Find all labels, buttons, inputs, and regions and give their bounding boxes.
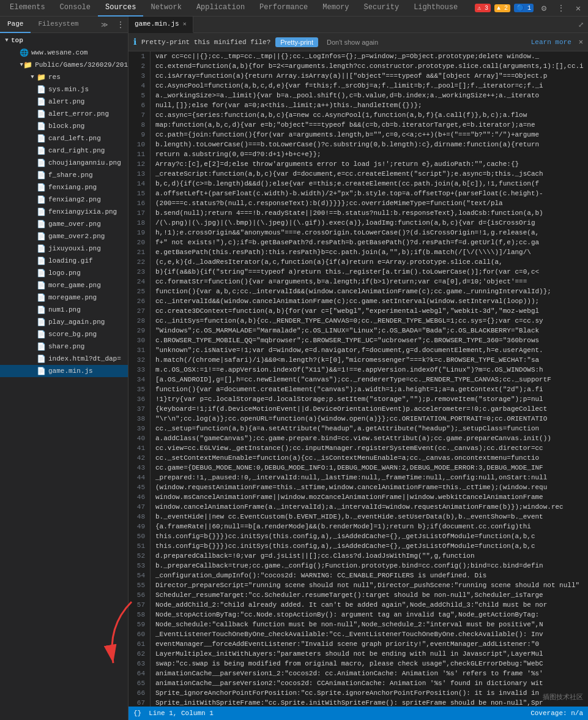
- list-item[interactable]: 📄fenxiang2.png: [0, 193, 128, 206]
- tree-label-domain: www.wesane.com: [31, 49, 87, 56]
- list-item[interactable]: 📄more_game.png: [0, 279, 128, 291]
- code-line: cc.game={DEBUG_MODE_NONE:0,DEBUG_MODE_IN…: [155, 463, 583, 473]
- line-number: 4: [133, 81, 145, 91]
- tree-item-game-min-js[interactable]: 📄 game.min.js: [0, 365, 128, 377]
- watermark: 插图技术社区: [543, 692, 583, 702]
- list-item[interactable]: 📄score_bg.png: [0, 328, 128, 340]
- code-line: b.length).toLowerCase()===b.toLowerCase(…: [155, 140, 583, 149]
- tab-elements[interactable]: Elements: [2, 0, 53, 17]
- list-item[interactable]: 📄f_share.png: [0, 169, 128, 181]
- close-info-icon[interactable]: ✕: [579, 37, 583, 47]
- code-line: a.offsetLeft+(parseFloat(c.width)-b.widt…: [155, 189, 583, 198]
- tab-console[interactable]: Console: [53, 0, 98, 17]
- line-number: 59: [133, 620, 145, 629]
- code-line: return a.substring(0,0==d?0:d+1)+b+c+e}}…: [155, 149, 583, 159]
- code-line: (200===c.status?b(null,c.responseText):b…: [155, 198, 583, 208]
- bottom-bar: {} Line 1, Column 1 Coverage: n/a: [128, 707, 588, 720]
- code-line: _EventListenerTouchOneByOne_checkAvailab…: [155, 629, 583, 639]
- code-line: a._workingSize>=a._limit){var b=a._pool.…: [155, 91, 583, 100]
- line-number: 45: [133, 482, 145, 492]
- list-item[interactable]: 📄alert.png: [0, 96, 128, 108]
- line-number: 12: [133, 159, 145, 169]
- line-number: 50: [133, 531, 145, 541]
- code-line: b){if(a&&b){if("string"===typeof a)retur…: [155, 267, 583, 277]
- list-item[interactable]: 📄card_right.png: [0, 144, 128, 157]
- list-item[interactable]: 📄loading.gif: [0, 255, 128, 267]
- badge-warnings: ▲ 2: [494, 4, 510, 12]
- code-line: Director_prepareScript="running scene sh…: [155, 580, 583, 590]
- code-line: cc.view=cc.EGLView._getInstance();cc.inp…: [155, 443, 583, 453]
- code-line: cc._setContextMenuEnable=function(a){cc.…: [155, 453, 583, 463]
- list-item[interactable]: 📄card_left.png: [0, 132, 128, 144]
- list-item[interactable]: 📄moregame.png: [0, 291, 128, 304]
- code-line: this.config=b{}}})cc.initSys(this.config…: [155, 531, 583, 541]
- sidebar-menu-icon[interactable]: ⋮: [113, 17, 128, 32]
- line-number: 6: [133, 100, 145, 110]
- code-line: _configuration_dumpInfo():"cocos2d: WARN…: [155, 571, 583, 580]
- tree-item-top[interactable]: ▼ top: [0, 34, 128, 47]
- close-icon[interactable]: ✕: [571, 1, 586, 15]
- info-bar: ℹ Pretty-print this minified file? Prett…: [128, 33, 588, 51]
- list-item[interactable]: 📄play_again.png: [0, 316, 128, 328]
- code-line: cc.async={series:function(a,b,c){a=new c…: [155, 110, 583, 120]
- pretty-print-button[interactable]: Pretty-print: [275, 37, 318, 47]
- code-line: "unknown";c.isNative=!1;var d=window,e=d…: [155, 345, 583, 355]
- tab-security[interactable]: Security: [357, 0, 407, 17]
- list-item[interactable]: 📄share.png: [0, 340, 128, 353]
- line-number: 24: [133, 277, 145, 287]
- file-tab-game-min-js[interactable]: game.min.js ✕: [128, 17, 193, 33]
- tab-sources[interactable]: Sources: [98, 0, 143, 17]
- dont-show-button[interactable]: Don't show again: [323, 37, 382, 47]
- line-number: 7: [133, 110, 145, 120]
- sidebar-tab-page[interactable]: Page: [0, 17, 31, 33]
- tree-item-domain[interactable]: 🌐 www.wesane.com: [0, 47, 128, 59]
- js-file-icon-selected: 📄: [37, 367, 46, 376]
- list-item[interactable]: 📄fenxiangyixia.png: [0, 206, 128, 218]
- settings-icon[interactable]: ⚙: [537, 1, 551, 15]
- learn-more-link[interactable]: Learn more: [531, 39, 571, 46]
- png-file-icon: 📄: [37, 281, 46, 290]
- list-item[interactable]: 📄sys.min.js: [0, 83, 128, 96]
- tab-performance[interactable]: Performance: [252, 0, 315, 17]
- tree-label: choujianganniu.png: [48, 159, 121, 167]
- list-item[interactable]: 📄logo.png: [0, 267, 128, 279]
- code-line: "\r\n";cc.log(a)};cc.openURL=function(a)…: [155, 414, 583, 424]
- html-file-icon: 📄: [37, 354, 46, 364]
- code-line: (c,e,k){d._loadResIterator(a,c,function(…: [155, 257, 583, 267]
- list-item[interactable]: 📄choujianganniu.png: [0, 157, 128, 169]
- code-line: cc.create3DContext=function(a,b){for(var…: [155, 306, 583, 316]
- tree-arrow-res: ▼: [28, 74, 37, 80]
- more-options-icon[interactable]: ⋮: [554, 1, 568, 15]
- list-item[interactable]: 📄game_over.png: [0, 218, 128, 230]
- file-tab-close[interactable]: ✕: [183, 20, 187, 28]
- tree-label: fenxiang.png: [48, 184, 97, 191]
- tree-label: alert.png: [48, 98, 84, 105]
- tree-label: card_left.png: [48, 135, 101, 142]
- code-line: Array?c:[c],e[2]=d;else throw'arguments …: [155, 159, 583, 169]
- tree-item-folder-res[interactable]: ▼ 📁 res: [0, 71, 128, 83]
- code-line: animationCache__parseVersion1_2:"cocos2d…: [155, 669, 583, 678]
- list-item[interactable]: 📄num1.png: [0, 304, 128, 316]
- list-item[interactable]: 📄block.png: [0, 120, 128, 132]
- line-number: 47: [133, 502, 145, 512]
- position-label: Line 1, Column 1: [149, 710, 214, 717]
- tab-lighthouse[interactable]: Lighthouse: [406, 0, 465, 17]
- tab-memory[interactable]: Memory: [315, 0, 356, 17]
- line-number: 8: [133, 120, 145, 130]
- list-item[interactable]: 📄jixuyouxi.png: [0, 242, 128, 255]
- list-item[interactable]: 📄fenxiang.png: [0, 181, 128, 193]
- code-line: b._eventHide||new cc.EventCustom(b.EVENT…: [155, 512, 583, 522]
- tab-application[interactable]: Application: [189, 0, 252, 17]
- line-number: 44: [133, 473, 145, 482]
- sidebar-tab-more[interactable]: ≫: [96, 21, 113, 29]
- sidebar-tab-filesystem[interactable]: Filesystem: [31, 17, 86, 33]
- bottom-bar-right: Coverage: n/a: [530, 710, 583, 717]
- tree-label: logo.png: [48, 269, 81, 277]
- tree-item-index-html[interactable]: 📄 index.html?dt_dap=: [0, 353, 128, 365]
- list-item[interactable]: 📄alert_error.png: [0, 108, 128, 120]
- list-item[interactable]: 📄game_over2.png: [0, 230, 128, 242]
- expand-icon[interactable]: ⤢: [573, 17, 588, 32]
- tree-label-top: top: [11, 37, 23, 44]
- tree-item-folder-public[interactable]: ▼ 📁 Public/Games/326029/201: [0, 59, 128, 71]
- tab-network[interactable]: Network: [143, 0, 188, 17]
